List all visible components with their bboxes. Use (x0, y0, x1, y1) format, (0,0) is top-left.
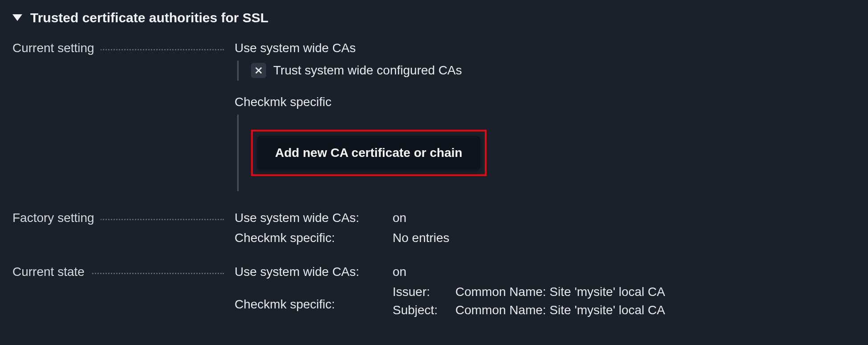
group-body-system-wide: Trust system wide configured CAs (237, 61, 856, 81)
add-ca-button-highlight: Add new CA certificate or chain (251, 130, 487, 176)
state-key-checkmk-specific: Checkmk specific: (235, 283, 388, 319)
label-factory-setting: Factory setting (12, 209, 101, 227)
cert-issuer-value: Common Name: Site 'mysite' local CA (455, 283, 856, 301)
cert-issuer-label: Issuer: (393, 283, 453, 301)
factory-value-1: No entries (393, 229, 856, 247)
chevron-down-icon (12, 14, 22, 21)
section-header[interactable]: Trusted certificate authorities for SSL (12, 5, 856, 37)
factory-key-1: Checkmk specific: (235, 229, 388, 247)
trust-system-wide-label: Trust system wide configured CAs (273, 62, 462, 80)
section-title: Trusted certificate authorities for SSL (30, 8, 268, 28)
label-current-state: Current state (12, 263, 91, 281)
group-title-system-wide: Use system wide CAs (235, 39, 856, 58)
factory-setting-values: Use system wide CAs: on Checkmk specific… (235, 209, 856, 247)
factory-value-0: on (393, 209, 856, 227)
factory-key-0: Use system wide CAs: (235, 209, 388, 227)
group-title-checkmk-specific: Checkmk specific (235, 93, 856, 111)
state-value-checkmk-specific: Issuer: Common Name: Site 'mysite' local… (393, 283, 856, 319)
state-key-system-wide: Use system wide CAs: (235, 263, 388, 281)
add-ca-button[interactable]: Add new CA certificate or chain (257, 136, 480, 170)
settings-panel: Trusted certificate authorities for SSL … (0, 0, 868, 332)
row-factory-setting: Factory setting Use system wide CAs: on … (12, 209, 856, 247)
cert-details: Issuer: Common Name: Site 'mysite' local… (393, 283, 856, 319)
row-current-setting: Current setting Use system wide CAs Trus… (12, 39, 856, 193)
cert-subject-value: Common Name: Site 'mysite' local CA (455, 301, 856, 320)
cert-subject-label: Subject: (393, 301, 453, 320)
label-current-setting: Current setting (12, 39, 101, 58)
close-icon[interactable] (251, 63, 266, 78)
current-state-values: Use system wide CAs: on Checkmk specific… (235, 263, 856, 319)
group-body-checkmk-specific: Add new CA certificate or chain (237, 115, 856, 191)
state-value-system-wide: on (393, 263, 856, 281)
row-current-state: Current state Use system wide CAs: on Ch… (12, 263, 856, 319)
